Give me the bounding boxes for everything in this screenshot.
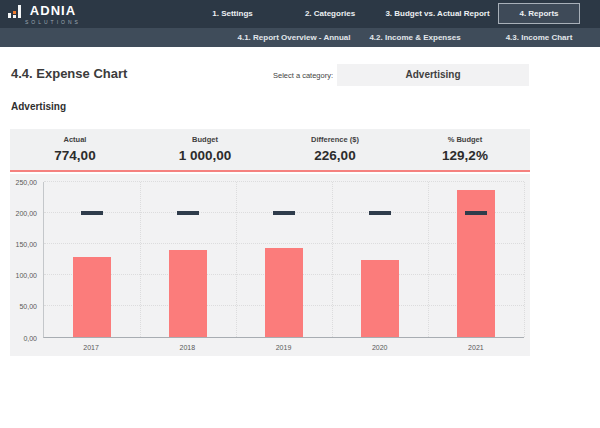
budget-marker-2019 bbox=[273, 211, 295, 215]
category-select-label: Select a category: bbox=[230, 71, 333, 80]
kpi-strip: Actual 774,00 Budget 1 000,00 Difference… bbox=[10, 129, 530, 172]
expense-bar-chart: 0,0050,00100,00150,00200,00250,00 201720… bbox=[10, 174, 530, 356]
gridline-v-5 bbox=[524, 182, 525, 337]
ytick-200: 200,00 bbox=[16, 210, 37, 217]
kpi-actual-value: 774,00 bbox=[10, 148, 140, 163]
kpi-budget-value: 1 000,00 bbox=[140, 148, 270, 163]
chart-y-axis-labels: 0,0050,00100,00150,00200,00250,00 bbox=[10, 182, 37, 338]
budget-marker-2020 bbox=[369, 211, 391, 215]
budget-marker-2018 bbox=[177, 211, 199, 215]
ytick-0: 0,00 bbox=[23, 335, 37, 342]
kpi-actual-label: Actual bbox=[10, 135, 140, 144]
top-navbar: ADNIA SOLUTIONS 1. Settings 2. Categorie… bbox=[0, 0, 600, 28]
brand-tagline: SOLUTIONS bbox=[25, 19, 81, 25]
chart-plot bbox=[43, 182, 524, 338]
kpi-difference-value: 226,00 bbox=[270, 148, 400, 163]
kpi-budget-label: Budget bbox=[140, 135, 270, 144]
xtick-2019: 2019 bbox=[264, 344, 304, 351]
budget-marker-2021 bbox=[465, 211, 487, 215]
brand-name: ADNIA bbox=[30, 4, 76, 17]
tab-categories[interactable]: 2. Categories bbox=[285, 0, 375, 28]
gridline-v-4 bbox=[428, 182, 429, 337]
page-title: 4.4. Expense Chart bbox=[11, 66, 127, 81]
bar-chart-logo-icon bbox=[8, 5, 21, 18]
xtick-2018: 2018 bbox=[167, 344, 207, 351]
ytick-50: 50,00 bbox=[19, 303, 37, 310]
chart-x-axis-labels: 20172018201920202021 bbox=[43, 344, 524, 354]
bar-2019 bbox=[265, 248, 303, 337]
section-title: Advertising bbox=[11, 101, 66, 112]
budget-marker-2017 bbox=[81, 211, 103, 215]
gridline-250 bbox=[44, 181, 524, 182]
tab-reports[interactable]: 4. Reports bbox=[498, 3, 580, 24]
xtick-2021: 2021 bbox=[456, 344, 496, 351]
ytick-250: 250,00 bbox=[16, 179, 37, 186]
subtab-income-chart[interactable]: 4.3. Income Chart bbox=[480, 28, 598, 47]
kpi-difference: Difference ($) 226,00 bbox=[270, 129, 400, 170]
ytick-150: 150,00 bbox=[16, 241, 37, 248]
subtab-income-expenses[interactable]: 4.2. Income & Expenses bbox=[355, 28, 475, 47]
kpi-difference-label: Difference ($) bbox=[270, 135, 400, 144]
subtab-report-overview-annual[interactable]: 4.1. Report Overview - Annual bbox=[229, 28, 359, 47]
tab-budget-vs-actual[interactable]: 3. Budget vs. Actual Report bbox=[380, 0, 495, 28]
tab-settings[interactable]: 1. Settings bbox=[190, 0, 275, 28]
kpi-percent-budget-value: 129,2% bbox=[400, 148, 530, 163]
bar-2017 bbox=[73, 257, 111, 337]
gridline-150 bbox=[44, 243, 524, 244]
gridline-v-1 bbox=[140, 182, 141, 337]
gridline-v-3 bbox=[332, 182, 333, 337]
ytick-100: 100,00 bbox=[16, 272, 37, 279]
brand-logo: ADNIA SOLUTIONS bbox=[8, 4, 81, 25]
gridline-v-2 bbox=[236, 182, 237, 337]
category-select[interactable]: Advertising bbox=[337, 64, 529, 86]
bar-2020 bbox=[361, 260, 399, 337]
xtick-2017: 2017 bbox=[71, 344, 111, 351]
bar-2018 bbox=[169, 250, 207, 337]
kpi-percent-budget: % Budget 129,2% bbox=[400, 129, 530, 170]
kpi-actual: Actual 774,00 bbox=[10, 129, 140, 170]
dashboard-screen: ADNIA SOLUTIONS 1. Settings 2. Categorie… bbox=[0, 0, 600, 428]
kpi-percent-budget-label: % Budget bbox=[400, 135, 530, 144]
kpi-budget: Budget 1 000,00 bbox=[140, 129, 270, 170]
xtick-2020: 2020 bbox=[360, 344, 400, 351]
sub-navbar: 4.1. Report Overview - Annual 4.2. Incom… bbox=[0, 28, 600, 47]
